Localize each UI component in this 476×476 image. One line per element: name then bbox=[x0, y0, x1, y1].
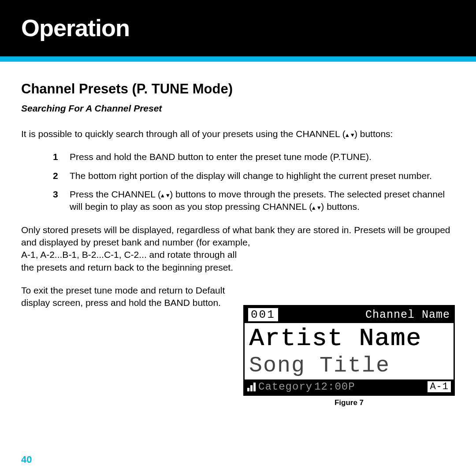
artist-name: Artist Name bbox=[249, 326, 449, 352]
step-number: 1 bbox=[53, 151, 58, 163]
preset-badge: A-1 bbox=[428, 381, 451, 392]
step-item: 3 Press the CHANNEL (▴ ▾) buttons to mov… bbox=[53, 188, 455, 213]
step-item: 2 The bottom right portion of the displa… bbox=[53, 170, 455, 182]
updown-icon: ▴ ▾ bbox=[346, 131, 354, 138]
channel-name: Channel Name bbox=[365, 309, 450, 321]
page-title: Operation bbox=[21, 14, 476, 41]
steps-list: 1 Press and hold the BAND button to ente… bbox=[21, 151, 455, 213]
intro-text-pre: It is possible to quickly search through… bbox=[21, 129, 346, 139]
body-paragraph: A-1, A-2...B-1, B-2...C-1, C-2... and ro… bbox=[21, 249, 250, 274]
subsection-title: Searching For A Channel Preset bbox=[21, 103, 455, 114]
signal-icon bbox=[247, 383, 256, 391]
figure: 001 Channel Name Artist Name Song Title … bbox=[243, 305, 455, 407]
step-text: Press and hold the BAND button to enter … bbox=[70, 152, 372, 162]
category-label: Category bbox=[258, 381, 312, 393]
content-area: Channel Presets (P. TUNE Mode) Searching… bbox=[0, 62, 476, 309]
body-paragraph: To exit the preset tune mode and return … bbox=[21, 284, 250, 309]
step-item: 1 Press and hold the BAND button to ente… bbox=[53, 151, 455, 163]
section-title: Channel Presets (P. TUNE Mode) bbox=[21, 81, 455, 97]
lcd-display: 001 Channel Name Artist Name Song Title … bbox=[243, 305, 455, 396]
figure-caption: Figure 7 bbox=[243, 398, 455, 407]
lcd-bottom-row: Category 12:00P A-1 bbox=[245, 379, 454, 394]
step-text: The bottom right portion of the display … bbox=[70, 171, 432, 181]
step-number: 2 bbox=[53, 170, 58, 182]
intro-text-post: ) buttons: bbox=[354, 129, 393, 139]
accent-bar bbox=[0, 56, 476, 62]
step-number: 3 bbox=[53, 188, 58, 201]
updown-icon: ▴ ▾ bbox=[161, 192, 170, 198]
lcd-top-row: 001 Channel Name bbox=[245, 306, 454, 323]
song-title: Song Title bbox=[249, 353, 449, 378]
body-paragraph: Only stored presets will be displayed, r… bbox=[21, 224, 455, 249]
lcd-main: Artist Name Song Title bbox=[245, 323, 454, 379]
step-text: Press the CHANNEL (▴ ▾) buttons to move … bbox=[70, 189, 445, 212]
channel-number: 001 bbox=[248, 308, 278, 321]
time-label: 12:00P bbox=[314, 381, 355, 393]
intro-paragraph: It is possible to quickly search through… bbox=[21, 128, 455, 140]
page-header: Operation bbox=[0, 0, 476, 56]
updown-icon: ▴ ▾ bbox=[312, 204, 321, 211]
page-number: 40 bbox=[21, 454, 32, 465]
